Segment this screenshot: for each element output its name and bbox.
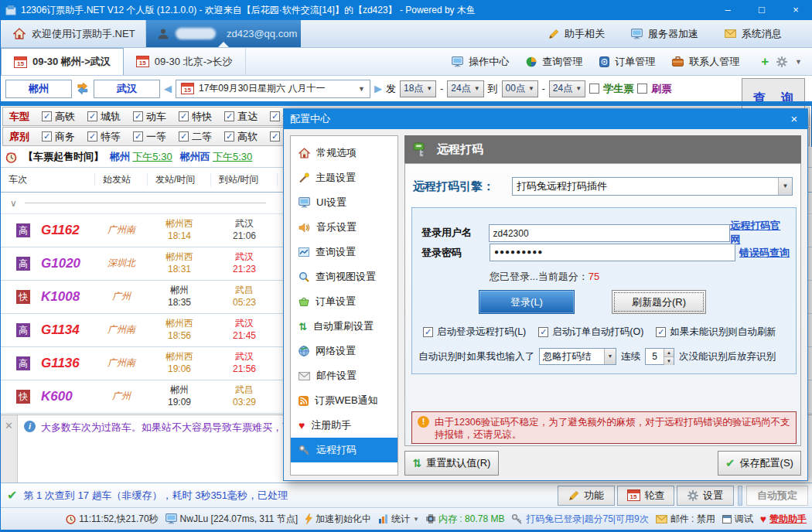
status-server-node[interactable]: NwJLu [224.07ms, 311 节点] — [165, 513, 299, 526]
status-sponsor[interactable]: ♥赞助助手 — [760, 513, 807, 526]
checkbox[interactable]: ✓ — [133, 131, 143, 142]
stepper-up-icon[interactable]: ▲ — [664, 349, 674, 357]
checkbox[interactable]: ✓ — [179, 131, 189, 142]
checkbox[interactable]: ✓ — [538, 327, 548, 337]
to-station-input[interactable]: 武汉 — [94, 80, 160, 98]
captcha-option[interactable]: ✓启动订单自动打码(O) — [538, 326, 643, 339]
config-nav-8[interactable]: 网络设置 — [291, 339, 397, 363]
stepper-down-icon[interactable]: ▼ — [664, 357, 674, 365]
minimize-button[interactable]: – — [711, 0, 745, 20]
from-station-input[interactable]: 郴州 — [5, 80, 72, 98]
status-memory[interactable]: 内存 : 80.78 MB — [426, 513, 504, 526]
topnav-system-messages[interactable]: 系统消息 — [725, 27, 782, 41]
query-tab-1[interactable]: 1509-30 北京->长沙 — [124, 48, 246, 75]
info-close-button[interactable]: ✕ — [1, 415, 18, 483]
checkbox[interactable]: ✓ — [87, 111, 97, 121]
checkbox[interactable]: ✓ — [656, 327, 666, 337]
config-nav-1[interactable]: 主题设置 — [291, 165, 397, 190]
add-tab-button[interactable]: + — [761, 55, 769, 68]
round-query-button[interactable]: 15轮查 — [617, 486, 674, 506]
status-captcha-status[interactable]: 打码兔已登录|题分75|可用9次 — [511, 513, 648, 526]
topnav-assistant-related[interactable]: 助手相关 — [548, 27, 605, 41]
filter-option[interactable]: ✓二等 — [179, 130, 212, 144]
next-day-button[interactable]: ▶ — [374, 83, 382, 94]
captcha-option[interactable]: ✓如果未能识别则自动刷新 — [656, 326, 776, 339]
depart-from-hour-select[interactable]: 18点▼ — [400, 80, 436, 97]
filter-option[interactable]: ✓一等 — [133, 130, 166, 144]
retry-count-stepper[interactable]: 5 ▲▼ — [645, 348, 674, 365]
caret-down-icon[interactable]: ▼ — [413, 516, 419, 523]
official-site-link[interactable]: 远程打码官网 — [730, 219, 790, 247]
status-debug[interactable]: 调试 — [722, 513, 753, 526]
filter-option[interactable]: ✓高铁 — [42, 110, 75, 124]
checkbox[interactable]: ✓ — [42, 131, 52, 142]
config-nav-12[interactable]: 远程打码 — [291, 438, 397, 462]
config-nav-7[interactable]: ⇅自动重刷设置 — [291, 314, 397, 339]
checkbox[interactable]: ✓ — [270, 111, 280, 121]
filter-option[interactable]: ✓直达 — [224, 110, 258, 124]
filter-option[interactable]: ✓特等 — [87, 130, 121, 144]
column-header[interactable]: 车次 — [1, 173, 95, 186]
arrive-to-hour-select[interactable]: 24点▼ — [549, 80, 585, 97]
topnav-server-acceleration[interactable]: 服务器加速 — [631, 27, 698, 41]
checkbox[interactable]: ✓ — [224, 131, 234, 142]
config-nav-0[interactable]: 常规选项 — [291, 141, 397, 165]
swap-stations-icon[interactable] — [76, 83, 90, 95]
gear-caret-icon[interactable]: ▼ — [795, 58, 802, 66]
tabbar-query-management[interactable]: 查询管理 — [526, 55, 582, 69]
checkbox[interactable]: ✓ — [87, 131, 97, 142]
conflict-action-select[interactable]: 忽略打码结 ▼ — [539, 348, 616, 365]
column-header[interactable]: 始发站 — [95, 173, 148, 186]
nav-home-tab[interactable]: 欢迎使用订票助手.NET — [1, 20, 146, 47]
checkbox[interactable]: ✓ — [270, 131, 280, 142]
status-acceleration[interactable]: 加速初始化中 — [305, 513, 371, 526]
filter-option[interactable]: ✓城轨 — [87, 110, 121, 124]
config-nav-2[interactable]: UI设置 — [291, 190, 397, 215]
auto-book-button[interactable]: 自动预定 — [746, 486, 808, 506]
filter-option[interactable]: ✓商务 — [42, 130, 75, 144]
password-input[interactable]: ●●●●●●●●● — [490, 244, 735, 261]
checkbox[interactable]: ✓ — [224, 111, 234, 121]
maximize-button[interactable]: □ — [745, 0, 779, 20]
arrive-from-hour-select[interactable]: 00点▼ — [502, 80, 538, 97]
config-nav-5[interactable]: 查询视图设置 — [291, 264, 397, 289]
config-nav-3[interactable]: 音乐设置 — [291, 215, 397, 240]
config-nav-4[interactable]: 查询设置 — [291, 240, 397, 264]
status-statistics[interactable]: 统计▼ — [378, 513, 419, 526]
brush-ticket-checkbox[interactable] — [637, 84, 647, 94]
filter-option[interactable]: ✓动车 — [133, 110, 166, 124]
config-nav-11[interactable]: ♥注册助手 — [291, 413, 397, 438]
captcha-option[interactable]: ✓启动登录远程打码(L) — [423, 326, 526, 339]
dialog-close-button[interactable]: × — [781, 109, 807, 129]
errorcode-link[interactable]: 错误码查询 — [739, 246, 790, 260]
reset-defaults-button[interactable]: ⇅ 重置默认值(R) — [404, 451, 499, 476]
date-select[interactable]: 15 17年09月30日星期六 八月十一 ▼ — [176, 80, 370, 98]
status-mail-status[interactable]: 邮件 : 禁用 — [656, 513, 715, 526]
tabbar-order-management[interactable]: 订单管理 — [599, 55, 655, 69]
depart-to-hour-select[interactable]: 24点▼ — [447, 80, 483, 97]
tabbar-operation-center[interactable]: 操作中心 — [452, 55, 509, 69]
checkbox[interactable]: ✓ — [42, 111, 52, 121]
checkbox[interactable]: ✓ — [133, 111, 143, 121]
query-tab-0[interactable]: 1509-30 郴州->武汉 — [1, 48, 124, 75]
splitter-grip[interactable] — [738, 486, 742, 506]
student-ticket-checkbox[interactable] — [589, 84, 599, 94]
status-time-speed[interactable]: 11:11:52,快21.70秒 — [66, 513, 158, 526]
refresh-score-button[interactable]: 刷新题分(R) — [612, 290, 706, 314]
save-config-button[interactable]: ✔ 保存配置(S) — [718, 451, 801, 476]
settings-button[interactable]: 设置 — [677, 486, 734, 506]
nav-account-tab[interactable]: zd423@qq.com — [146, 20, 301, 47]
functions-button[interactable]: 功能 — [558, 486, 615, 506]
prev-day-button[interactable]: ◀ — [164, 83, 172, 94]
login-button[interactable]: 登录(L) — [479, 290, 575, 314]
checkbox[interactable]: ✓ — [423, 327, 433, 337]
gear-icon[interactable] — [776, 56, 787, 67]
close-button[interactable]: × — [779, 0, 812, 20]
column-header[interactable]: 到站/时间 — [211, 173, 278, 186]
column-header[interactable]: 发站/时间 — [148, 173, 211, 186]
checkbox[interactable]: ✓ — [179, 111, 189, 121]
username-input[interactable]: zd42300 — [489, 224, 731, 242]
engine-select[interactable]: 打码兔远程打码插件 ▼ — [512, 177, 793, 196]
config-nav-9[interactable]: 邮件设置 — [291, 363, 397, 388]
config-nav-6[interactable]: 订单设置 — [291, 289, 397, 314]
